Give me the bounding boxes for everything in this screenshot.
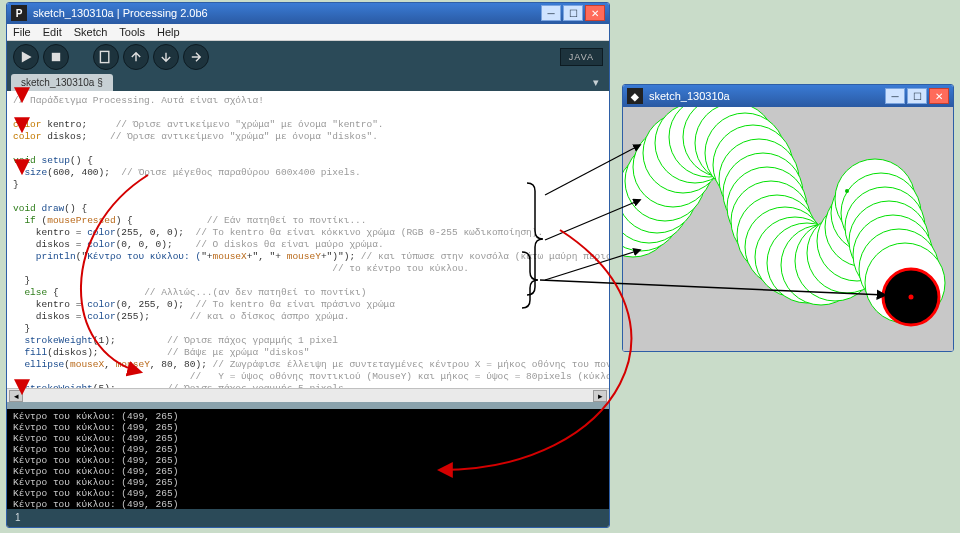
console-line: Κέντρο του κύκλου: (499, 265) xyxy=(13,411,603,422)
tab-dropdown-icon[interactable]: ▾ xyxy=(587,74,605,91)
scroll-left-icon[interactable]: ◂ xyxy=(9,390,23,402)
stop-button[interactable] xyxy=(43,44,69,70)
run-button[interactable] xyxy=(13,44,39,70)
statusbar: 1 xyxy=(7,509,609,527)
console-line: Κέντρο του κύκλου: (499, 265) xyxy=(13,477,603,488)
sketch-close-button[interactable]: ✕ xyxy=(929,88,949,104)
svg-marker-0 xyxy=(22,51,32,62)
close-button[interactable]: ✕ xyxy=(585,5,605,21)
tab-strip: sketch_130310a § ▾ xyxy=(7,72,609,91)
console-output[interactable]: Κέντρο του κύκλου: (499, 265) Κέντρο του… xyxy=(7,409,609,509)
sketch-title: sketch_130310a xyxy=(649,90,885,102)
menubar: File Edit Sketch Tools Help xyxy=(7,24,609,41)
menu-sketch[interactable]: Sketch xyxy=(74,26,108,38)
status-line-number: 1 xyxy=(15,512,21,523)
sketch-minimize-button[interactable]: ─ xyxy=(885,88,905,104)
console-line: Κέντρο του κύκλου: (499, 265) xyxy=(13,499,603,509)
menu-edit[interactable]: Edit xyxy=(43,26,62,38)
sketch-icon: ◆ xyxy=(627,88,643,104)
svg-point-38 xyxy=(845,189,849,193)
console-line: Κέντρο του κύκλου: (499, 265) xyxy=(13,422,603,433)
svg-rect-1 xyxy=(52,52,60,60)
tab-sketch[interactable]: sketch_130310a § xyxy=(11,74,113,91)
processing-icon: P xyxy=(11,5,27,21)
svg-point-40 xyxy=(909,295,914,300)
editor-scrollbar[interactable]: ◂ ▸ xyxy=(7,388,609,402)
maximize-button[interactable]: ☐ xyxy=(563,5,583,21)
code-editor[interactable]: // Παράδειγμα Processing. Αυτά είναι σχό… xyxy=(7,91,609,388)
sketch-window: ◆ sketch_130310a ─ ☐ ✕ xyxy=(622,84,954,352)
svg-rect-2 xyxy=(100,51,108,62)
menu-help[interactable]: Help xyxy=(157,26,180,38)
console-line: Κέντρο του κύκλου: (499, 265) xyxy=(13,444,603,455)
window-title: sketch_130310a | Processing 2.0b6 xyxy=(33,7,541,19)
sketch-titlebar[interactable]: ◆ sketch_130310a ─ ☐ ✕ xyxy=(623,85,953,107)
menu-file[interactable]: File xyxy=(13,26,31,38)
split-divider[interactable] xyxy=(7,402,609,409)
sketch-canvas[interactable] xyxy=(623,107,953,351)
ide-window: P sketch_130310a | Processing 2.0b6 ─ ☐ … xyxy=(6,2,610,528)
mode-chip[interactable]: JAVA xyxy=(560,48,603,66)
save-button[interactable] xyxy=(153,44,179,70)
console-line: Κέντρο του κύκλου: (499, 265) xyxy=(13,466,603,477)
console-line: Κέντρο του κύκλου: (499, 265) xyxy=(13,433,603,444)
scroll-right-icon[interactable]: ▸ xyxy=(593,390,607,402)
export-button[interactable] xyxy=(183,44,209,70)
new-button[interactable] xyxy=(93,44,119,70)
minimize-button[interactable]: ─ xyxy=(541,5,561,21)
toolbar: JAVA xyxy=(7,41,609,72)
console-line: Κέντρο του κύκλου: (499, 265) xyxy=(13,488,603,499)
open-button[interactable] xyxy=(123,44,149,70)
sketch-maximize-button[interactable]: ☐ xyxy=(907,88,927,104)
sketch-drawing xyxy=(623,107,953,351)
console-line: Κέντρο του κύκλου: (499, 265) xyxy=(13,455,603,466)
ide-titlebar[interactable]: P sketch_130310a | Processing 2.0b6 ─ ☐ … xyxy=(7,3,609,24)
menu-tools[interactable]: Tools xyxy=(119,26,145,38)
